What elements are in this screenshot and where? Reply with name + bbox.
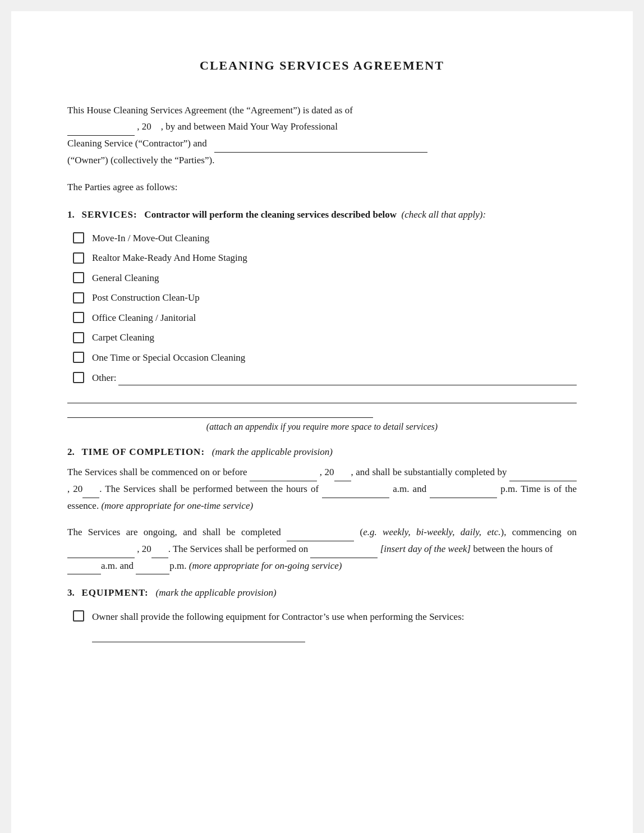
checkbox-label-carpet: Carpet Cleaning (92, 330, 154, 345)
checkbox-move-in[interactable] (73, 232, 84, 243)
checkbox-other[interactable] (73, 372, 84, 383)
parties-agree-text: The Parties agree as follows: (67, 180, 577, 195)
checkbox-label-move-in: Move-In / Move-Out Cleaning (92, 231, 209, 246)
checkbox-item-carpet: Carpet Cleaning (73, 330, 577, 345)
section-2-para1: The Services shall be commenced on or be… (67, 464, 577, 514)
continuation-line-1 (67, 391, 577, 403)
intro-line2: , 20 , by and between Maid Your Way Prof… (137, 121, 338, 132)
checkbox-item-general: General Cleaning (73, 271, 577, 286)
checkbox-owner-equipment[interactable] (73, 610, 84, 622)
services-checkbox-list: Move-In / Move-Out Cleaning Realtor Make… (73, 231, 577, 385)
continuation-lines (67, 391, 577, 418)
ongoing-frequency-field[interactable] (287, 524, 354, 541)
checkbox-label-post-construction: Post Construction Clean-Up (92, 291, 200, 305)
equipment-list-field[interactable] (92, 625, 305, 642)
completion-date-field[interactable] (509, 464, 577, 481)
intro-line3: Cleaning Service (“Contractor”) and (67, 138, 207, 149)
checkbox-general[interactable] (73, 272, 84, 283)
appendix-note: (attach an appendix if you require more … (67, 420, 577, 434)
section-2-heading: 2. TIME OF COMPLETION: (mark the applica… (67, 445, 577, 459)
ongoing-year-field[interactable] (151, 541, 168, 558)
checkbox-label-office: Office Cleaning / Janitorial (92, 311, 196, 325)
commencement-year-field[interactable] (334, 464, 351, 481)
intro-paragraph: This House Cleaning Services Agreement (… (67, 103, 577, 169)
section-1-heading: 1. SERVICES: Contractor will perform the… (67, 208, 577, 222)
checkbox-item-move-in: Move-In / Move-Out Cleaning (73, 231, 577, 246)
checkbox-item-other: Other: (73, 370, 577, 385)
intro-line4: (“Owner”) (collectively the “Parties”). (67, 155, 214, 165)
checkbox-item-one-time: One Time or Special Occasion Cleaning (73, 351, 577, 365)
checkbox-item-office: Office Cleaning / Janitorial (73, 311, 577, 325)
checkbox-item-realtor: Realtor Make-Ready And Home Staging (73, 251, 577, 265)
end-hour-field[interactable] (430, 481, 497, 498)
checkbox-item-owner-equipment: Owner shall provide the following equipm… (73, 609, 577, 642)
checkbox-office[interactable] (73, 312, 84, 323)
section-2-para2: The Services are ongoing, and shall be c… (67, 524, 577, 575)
commencement-date-field[interactable] (250, 464, 317, 481)
checkbox-label-one-time: One Time or Special Occasion Cleaning (92, 351, 245, 365)
other-field[interactable] (118, 370, 577, 385)
checkbox-label-realtor: Realtor Make-Ready And Home Staging (92, 251, 247, 265)
ongoing-start-hour-field[interactable] (67, 558, 101, 575)
section-2-body: The Services shall be commenced on or be… (67, 464, 577, 574)
document-title: Cleaning Services Agreement (67, 56, 577, 75)
start-hour-field[interactable] (322, 481, 389, 498)
ongoing-start-date-field[interactable] (67, 541, 135, 558)
document-page: Cleaning Services Agreement This House C… (11, 11, 633, 833)
owner-field[interactable] (214, 136, 427, 153)
checkbox-label-other: Other: (92, 371, 116, 385)
one-time-note: (more appropriate for one-time service) (101, 500, 253, 511)
intro-line1: This House Cleaning Services Agreement (… (67, 105, 353, 116)
checkbox-post-construction[interactable] (73, 292, 84, 303)
equipment-checkbox-list: Owner shall provide the following equipm… (73, 609, 577, 642)
checkbox-one-time[interactable] (73, 352, 84, 363)
checkbox-realtor[interactable] (73, 252, 84, 264)
day-of-week-field[interactable] (310, 541, 378, 558)
insert-day-note: [insert day of the week] (380, 544, 471, 554)
checkbox-carpet[interactable] (73, 332, 84, 343)
checkbox-label-general: General Cleaning (92, 271, 159, 286)
equipment-owner-text: Owner shall provide the following equipm… (92, 609, 577, 642)
ongoing-note: (more appropriate for on-going service) (189, 560, 342, 571)
continuation-line-2 (67, 406, 373, 418)
section-3-heading: 3. EQUIPMENT: (mark the applicable provi… (67, 586, 577, 600)
checkbox-item-post-construction: Post Construction Clean-Up (73, 291, 577, 305)
ongoing-examples: e.g. weekly, bi-weekly, daily, etc. (363, 527, 500, 537)
ongoing-end-hour-field[interactable] (136, 558, 169, 575)
date-field[interactable] (67, 119, 135, 136)
completion-year-field[interactable] (82, 481, 99, 498)
